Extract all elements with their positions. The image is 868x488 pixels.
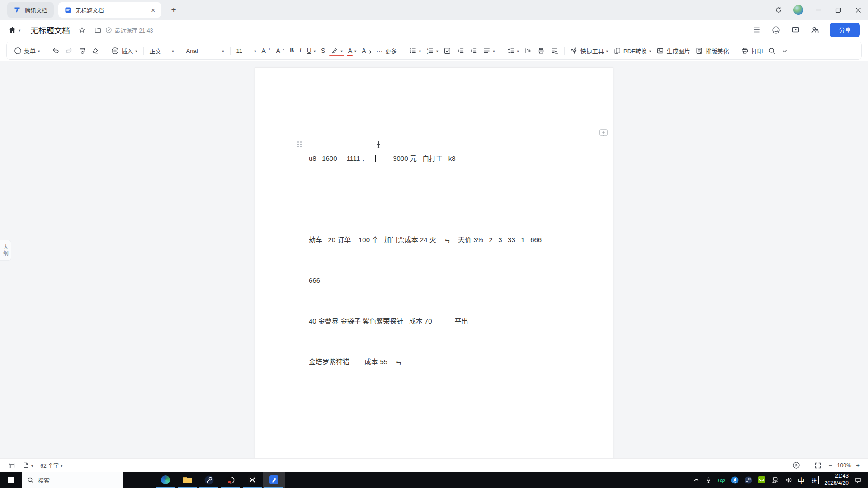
insert-button[interactable]: 插入▾ [108,44,140,57]
doc-line-6[interactable]: 金塔罗紫狩猎 成本 55 亏 [309,355,560,369]
format-painter-button[interactable] [75,44,89,57]
bold-button[interactable]: B [287,44,297,57]
layout-beautify-button[interactable]: 排版美化 [693,44,731,57]
taskbar-obs-icon[interactable] [220,472,241,488]
bluetooth-tray-icon[interactable] [731,476,739,484]
doc-line-4[interactable]: 666 [309,274,560,287]
auto-scroll-button[interactable] [793,461,800,469]
taskbar-file-explorer-icon[interactable] [176,472,198,488]
svg-text:1: 1 [427,47,428,50]
outdent-button[interactable] [454,44,467,57]
tab-tencent-docs-home[interactable]: 腾讯文档 [7,2,54,18]
outline-toggle-button[interactable] [8,462,15,469]
quote-button[interactable] [522,44,535,57]
restore-button[interactable] [828,0,848,20]
zoom-out-button[interactable]: − [828,461,832,469]
tab-current-document[interactable]: 无标题文档 × [58,2,161,18]
find-replace-button[interactable] [548,44,561,57]
generate-image-button[interactable]: 生成图片 [654,44,693,57]
nvidia-tray-icon[interactable] [758,476,765,483]
font-color-button[interactable]: A ▾ [345,44,359,57]
ime-language-indicator[interactable]: 中 [798,475,805,485]
document-text[interactable]: u8 1600 1111 、 3000 元 白打工 k8 劫车 20 订单 10… [309,125,560,396]
indent-button[interactable] [467,44,480,57]
font-color-swatch [347,55,353,56]
clear-format-button[interactable] [89,44,102,57]
underline-button[interactable]: U▾ [304,44,318,57]
present-mode-button[interactable] [791,26,800,34]
steam-tray-icon[interactable] [745,476,752,484]
tray-top-badge[interactable]: Top [717,478,725,483]
taskbar-steam-icon[interactable] [198,472,220,488]
doc-line-5[interactable]: 40 金叠界 金袋子 紫色繁荣探针 成本 70 平出 [309,314,560,328]
divider-button[interactable] [535,44,548,57]
taskbar-tencent-docs-icon[interactable] [263,472,285,488]
paragraph-style-select[interactable]: 正文▾ [147,44,177,57]
volume-tray-icon[interactable] [785,477,792,483]
print-button[interactable]: 打印 [738,44,765,57]
tray-expand-chevron[interactable] [693,477,699,483]
increase-font-button[interactable]: A+ [259,44,274,57]
checklist-button[interactable] [441,44,454,57]
word-count[interactable]: 62 个字▾ [40,461,62,469]
quick-tools-button[interactable]: 快捷工具▾ [568,44,611,57]
minimize-button[interactable] [808,0,828,20]
search-icon [768,47,776,55]
line-spacing-button[interactable]: ▾ [505,44,522,57]
redo-button[interactable] [62,44,75,57]
close-button[interactable] [848,0,868,20]
circle-dot-icon [368,50,371,54]
menu-button[interactable]: 菜单▾ [11,44,42,57]
doc-line-1[interactable]: u8 1600 1111 、 3000 元 白打工 k8 [309,152,560,165]
browser-profile-avatar[interactable] [788,0,808,20]
zoom-in-button[interactable]: + [856,461,860,469]
italic-button[interactable]: I [297,44,304,57]
doc-line-2[interactable] [309,192,560,206]
new-tab-button[interactable]: + [167,3,180,17]
taskbar-capcut-icon[interactable] [241,472,263,488]
special-format-button[interactable]: A [359,44,373,57]
fullscreen-button[interactable] [814,462,821,469]
start-button[interactable] [0,472,22,488]
numbered-list-button[interactable]: 12 ▾ [424,44,441,57]
chevron-down-icon [781,47,788,54]
page-mode-button[interactable]: ▾ [23,462,33,469]
undo-button[interactable] [49,44,62,57]
font-family-select[interactable]: Arial▾ [184,44,227,57]
microphone-tray-icon[interactable] [705,477,712,483]
zoom-level[interactable]: 100% [837,462,851,469]
clean-mode-button[interactable] [772,26,780,34]
outline-collapsed-tab[interactable]: 大纲 [0,240,11,261]
action-center-icon[interactable] [854,477,862,483]
status-bar: ▾ 62 个字▾ − 100% + [0,458,868,472]
bullet-list-button[interactable]: ▾ [406,44,424,57]
home-button[interactable]: ▾ [8,26,20,34]
decrease-font-button[interactable]: A- [274,44,287,57]
star-favorite-button[interactable] [78,26,86,34]
align-button[interactable]: ▾ [480,44,497,57]
document-title[interactable]: 无标题文档 [30,24,70,36]
strikethrough-button[interactable]: S [318,44,328,57]
taskbar-apps [155,472,285,488]
network-tray-icon[interactable] [771,477,779,483]
pdf-convert-button[interactable]: PDF转换▾ [611,44,654,57]
taskbar-search-box[interactable]: 搜索 [22,472,123,488]
collapse-toolbar-button[interactable] [778,44,791,57]
taskbar-clock[interactable]: 21:43 2026/4/20 [825,473,849,487]
permission-button[interactable] [811,26,819,34]
more-format-button[interactable]: ⋯更多 [374,44,400,57]
toolbar-search-button[interactable] [765,44,778,57]
font-size-select[interactable]: 11▾ [234,44,259,57]
highlight-color-button[interactable]: ▾ [328,44,345,57]
add-comment-button[interactable] [599,128,609,138]
taskbar-edge-icon[interactable] [155,472,176,488]
move-to-folder-button[interactable] [94,26,102,34]
catalog-menu-button[interactable] [753,26,761,34]
share-button[interactable]: 分享 [830,23,860,37]
tab-close-icon[interactable]: × [151,7,155,14]
ime-pinyin-indicator[interactable]: 拼 [811,476,819,484]
document-page[interactable]: u8 1600 1111 、 3000 元 白打工 k8 劫车 20 订单 10… [255,67,613,458]
refresh-button[interactable] [769,0,788,20]
paragraph-drag-handle-icon[interactable] [297,141,303,149]
doc-line-3[interactable]: 劫车 20 订单 100 个 加门票成本 24 火 亏 天价 3% 2 3 33… [309,233,560,247]
